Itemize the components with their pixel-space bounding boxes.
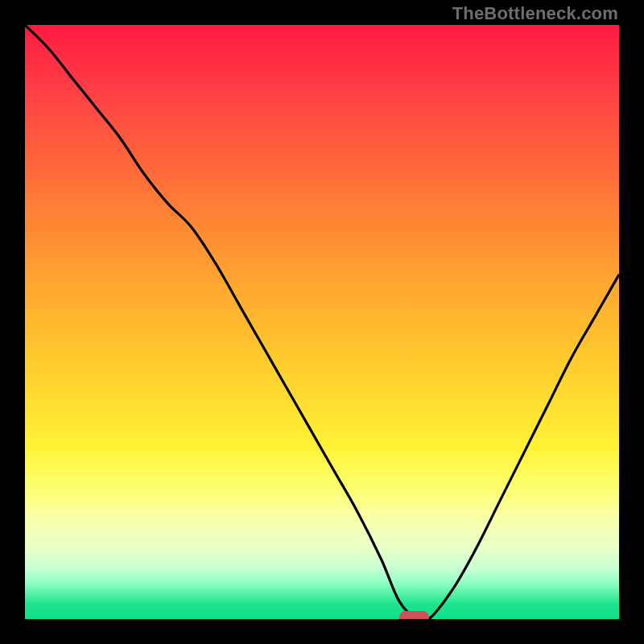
plot-area: [25, 25, 619, 619]
bottleneck-curve: [25, 25, 619, 619]
watermark-text: TheBottleneck.com: [452, 3, 618, 24]
chart-frame: TheBottleneck.com: [0, 0, 644, 644]
optimal-marker: [399, 611, 429, 619]
